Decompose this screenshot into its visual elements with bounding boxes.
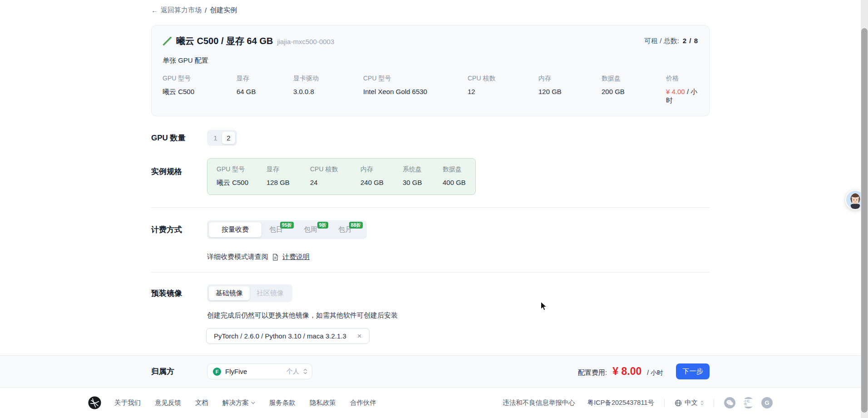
create-instance-page: ← 返回算力市场 / 创建实例 曦云 C500 / 显存 64 GB jiaji… <box>0 0 861 418</box>
single-gpu-config-label: 单张 GPU 配置 <box>163 56 698 65</box>
owner-select[interactable]: F FlyFive 个人 <box>207 363 312 379</box>
spec-col: CPU 核数24 <box>310 165 360 187</box>
spec-col: 数据盘400 GB <box>443 165 466 187</box>
select-chevrons-icon <box>303 368 307 375</box>
host-spec-table: GPU 型号曦云 C500 显存64 GB 显卡驱动3.0.0.8 CPU 型号… <box>163 75 698 105</box>
availability: 可租 / 总数:2 / 8 <box>644 37 698 45</box>
image-section: 预装镜像 基础镜像 社区镜像 <box>151 284 710 302</box>
section-divider <box>151 207 710 208</box>
spec-col: 显存64 GB <box>237 75 293 105</box>
brand-logo-icon <box>88 396 101 409</box>
spec-col: 数据盘200 GB <box>602 75 666 105</box>
owner-label: 归属方 <box>151 366 207 377</box>
host-title: 曦云 C500 / 显存 64 GB <box>176 35 273 47</box>
billing-label: 计费方式 <box>151 224 207 235</box>
image-segmented: 基础镜像 社区镜像 <box>207 284 292 302</box>
footer-nav: 关于我们 意见反馈 文档 解决方案 服务条款 隐私政策 合作伙伴 <box>114 398 376 407</box>
cost-label: 配置费用: <box>578 368 607 377</box>
host-card: 曦云 C500 / 显存 64 GB jiajia-mxc500-0003 可租… <box>151 25 710 116</box>
owner-type: 个人 <box>286 368 299 376</box>
spec-col: 内存240 GB <box>360 165 403 187</box>
spec-col: 系统盘30 GB <box>403 165 443 187</box>
instance-spec-section: 实例规格 GPU 型号曦云 C500 显存128 GB CPU 核数24 内存2… <box>151 158 710 195</box>
breadcrumb-back-label: 返回算力市场 <box>161 6 202 15</box>
footer-divider <box>664 399 665 407</box>
social-icons: 小红书 G <box>724 397 773 408</box>
language-label: 中文 <box>685 398 698 407</box>
back-to-market-link[interactable]: ← 返回算力市场 <box>151 6 202 15</box>
cost-unit: / 小时 <box>647 369 663 377</box>
billing-tab-daily[interactable]: 包日 95折 <box>261 222 291 237</box>
price-col: 价格 ¥ 4.00 / 小时 <box>666 75 698 105</box>
discount-badge: 9折 <box>317 222 328 229</box>
instance-spec-panel: GPU 型号曦云 C500 显存128 GB CPU 核数24 内存240 GB… <box>207 158 476 195</box>
footer-link-about[interactable]: 关于我们 <box>114 398 141 407</box>
footer-link-feedback[interactable]: 意见反馈 <box>155 398 181 407</box>
metax-logo-icon <box>163 37 172 45</box>
scrollbar-thumb[interactable] <box>861 28 868 413</box>
image-label: 预装镜像 <box>151 288 207 299</box>
cost-summary: 配置费用: ¥ 8.00 / 小时 <box>578 365 663 378</box>
breadcrumb: ← 返回算力市场 / 创建实例 <box>151 0 710 15</box>
select-chevrons-icon <box>700 400 704 406</box>
spec-col: GPU 型号曦云 C500 <box>163 75 237 105</box>
spec-col: CPU 型号Intel Xeon Gold 6530 <box>363 75 468 105</box>
next-step-button[interactable]: 下一步 <box>676 363 710 379</box>
gitee-icon[interactable]: G <box>761 397 773 408</box>
billing-doc-link[interactable]: 计费说明 <box>282 253 310 261</box>
image-hint: 创建完成后仍然可以更换其他镜像，如需其他软件可创建后安装 <box>207 311 710 320</box>
host-instance-id: jiajia-mxc500-0003 <box>277 38 334 45</box>
gpu-count-section: GPU 数量 1 2 <box>151 130 710 146</box>
selected-image-tag[interactable]: PyTorch / 2.6.0 / Python 3.10 / maca 3.2… <box>206 328 370 344</box>
footer: 关于我们 意见反馈 文档 解决方案 服务条款 隐私政策 合作伙伴 违法和不良信息… <box>0 388 861 418</box>
chevron-down-icon <box>251 402 255 404</box>
globe-icon <box>675 399 682 407</box>
discount-badge: 95折 <box>280 222 294 229</box>
owner-name: FlyFive <box>225 368 247 375</box>
breadcrumb-separator: / <box>205 6 207 14</box>
instance-spec-label: 实例规格 <box>151 158 207 177</box>
gpu-count-label: GPU 数量 <box>151 133 207 143</box>
image-tab-community[interactable]: 社区镜像 <box>250 286 291 300</box>
billing-section: 计费方式 按量收费 包日 95折 包周 9折 包月 88折 <box>151 220 710 239</box>
gpu-count-segmented: 1 2 <box>207 130 237 146</box>
bottom-action-bar: 归属方 F FlyFive 个人 配置费用: ¥ 8.00 / 小时 下一步 <box>0 355 861 388</box>
discount-badge: 88折 <box>349 222 363 229</box>
billing-segmented: 按量收费 包日 95折 包周 9折 包月 88折 <box>207 220 367 239</box>
availability-value: 2 / 8 <box>683 37 698 45</box>
footer-divider <box>714 399 714 407</box>
cost-value: ¥ 8.00 <box>612 365 641 378</box>
footer-link-solutions[interactable]: 解决方案 <box>222 398 255 407</box>
report-center-link[interactable]: 违法和不良信息举报中心 <box>503 398 575 407</box>
back-arrow-icon: ← <box>151 6 158 14</box>
spec-col: 显卡驱动3.0.0.8 <box>293 75 363 105</box>
document-icon <box>272 254 279 261</box>
close-icon[interactable]: × <box>357 332 362 340</box>
spec-col: 显存128 GB <box>266 165 310 187</box>
selected-image-name: PyTorch / 2.6.0 / Python 3.10 / maca 3.2… <box>214 332 346 340</box>
spec-col: 内存120 GB <box>538 75 602 105</box>
billing-tab-monthly[interactable]: 包月 88折 <box>330 222 360 237</box>
footer-link-docs[interactable]: 文档 <box>195 398 208 407</box>
spec-col: CPU 核数12 <box>468 75 538 105</box>
footer-link-partners[interactable]: 合作伙伴 <box>350 398 376 407</box>
footer-link-terms[interactable]: 服务条款 <box>269 398 296 407</box>
footer-link-privacy[interactable]: 隐私政策 <box>310 398 336 407</box>
breadcrumb-current: 创建实例 <box>210 6 237 15</box>
scrollbar-track[interactable] <box>861 0 868 418</box>
owner-avatar: F <box>213 368 221 376</box>
image-tab-base[interactable]: 基础镜像 <box>209 286 250 300</box>
gpu-count-option-2[interactable]: 2 <box>222 132 235 144</box>
section-divider <box>151 272 710 273</box>
billing-note: 详细收费模式请查阅 计费说明 <box>207 253 710 261</box>
xiaohongshu-icon[interactable]: 小红书 <box>743 397 754 408</box>
language-switcher[interactable]: 中文 <box>675 398 704 407</box>
gpu-count-option-1[interactable]: 1 <box>209 132 222 144</box>
billing-tab-weekly[interactable]: 包周 9折 <box>296 222 325 237</box>
icp-number[interactable]: 粤ICP备2025437811号 <box>587 398 654 407</box>
wechat-icon[interactable] <box>724 397 735 408</box>
billing-tab-payg[interactable]: 按量收费 <box>209 222 261 237</box>
billing-note-text: 详细收费模式请查阅 <box>207 253 268 261</box>
hourly-price: ¥ 4.00 <box>666 88 685 95</box>
spec-col: GPU 型号曦云 C500 <box>217 165 266 187</box>
